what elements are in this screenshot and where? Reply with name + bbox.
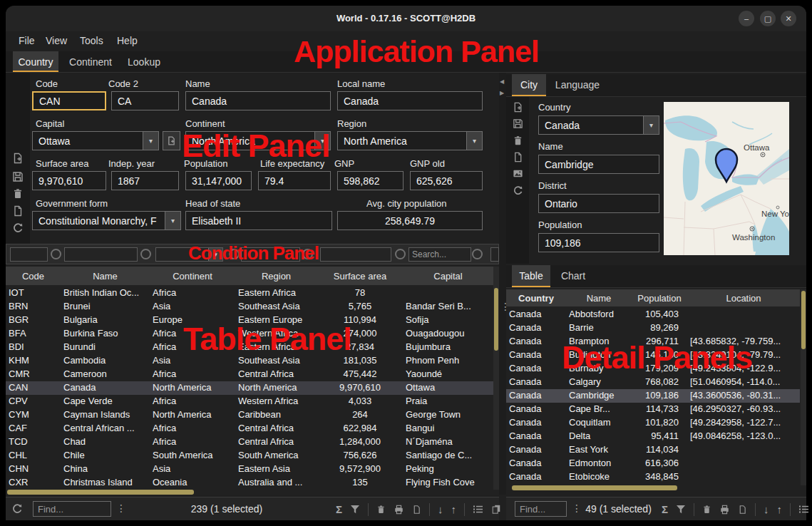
horizontal-scrollbar[interactable] [506,485,800,490]
open-capital-record-button[interactable] [163,131,180,150]
government-form-combo[interactable]: Constitutional Monarchy, F ▾ [32,211,181,230]
menu-file[interactable]: File [19,35,35,46]
close-button[interactable]: ✕ [781,11,796,26]
vertical-scrollbar[interactable] [493,267,499,490]
tab-city[interactable]: City [512,74,546,96]
export-icon[interactable] [738,505,747,515]
chevron-down-icon[interactable]: ▾ [643,116,659,134]
move-down-icon[interactable]: ↓ [438,503,443,515]
scrollbar-thumb[interactable] [512,485,677,490]
maximize-button[interactable]: ▢ [760,11,776,26]
tab-country[interactable]: Country [13,51,58,72]
menu-tools[interactable]: Tools [80,35,103,46]
column-header[interactable]: Name [566,293,632,304]
tab-chart[interactable]: Chart [553,265,593,287]
column-list-icon[interactable] [798,505,809,514]
table-row[interactable]: CXRChristmas IslandOceaniaAustralia and … [6,476,493,490]
delete-rows-icon[interactable] [376,505,386,515]
code2-field[interactable] [111,91,179,110]
table-row[interactable]: CanadaCape Br...114,733[46.2950327, -60.… [506,403,800,416]
collapse-left-icon[interactable]: ◀ [500,78,504,85]
more-options-icon[interactable]: ⋮ [116,502,126,514]
table-row[interactable]: CanadaCambridge109,186[43.3600536, -80.3… [506,389,800,403]
refresh-icon[interactable] [11,503,23,515]
table-row[interactable]: CanadaEast York114,034 [506,443,800,457]
copy-record-icon[interactable] [12,205,24,217]
table-row[interactable]: CanadaDelta95,411[49.0846258, -123.0... [506,430,800,443]
column-header[interactable]: Name [61,271,150,282]
table-row[interactable]: CYMCayman IslandsNorth AmericaCaribbean2… [6,408,493,422]
table-row[interactable]: CanadaEdmonton616,306 [506,457,800,470]
population-field[interactable] [185,171,252,190]
delete-icon[interactable] [513,135,524,147]
table-row[interactable]: CanadaEtobicoke348,845 [506,470,800,484]
region-combo[interactable]: North America ▾ [337,131,483,150]
name-field[interactable] [185,91,331,110]
move-down-icon[interactable]: ↓ [764,503,769,515]
print-icon[interactable] [719,505,730,515]
refresh-icon[interactable] [513,185,524,197]
search-input[interactable] [408,247,471,262]
minimize-button[interactable]: – [739,11,754,26]
tab-continent[interactable]: Continent [64,51,117,72]
menu-view[interactable]: View [46,35,67,46]
city-population-field[interactable] [538,233,659,252]
column-header[interactable]: Surface area [317,271,403,282]
move-up-icon[interactable]: ↑ [451,503,457,515]
gnp-old-field[interactable] [410,171,483,190]
table-row[interactable]: BRNBruneiAsiaSoutheast Asia5,765Bandar S… [6,300,493,314]
chevron-down-icon[interactable]: ▾ [165,212,180,230]
gnp-field[interactable] [337,171,404,190]
aggregate-icon[interactable]: Σ [662,503,668,515]
filter-icon[interactable] [350,505,360,514]
column-header[interactable]: Location [687,293,800,304]
city-map[interactable]: Ottawa New Yo Washington [664,102,789,255]
collapse-right-icon[interactable]: ▶ [500,90,504,96]
column-header[interactable]: Population [632,293,687,304]
move-up-icon[interactable]: ↑ [777,503,783,515]
print-icon[interactable] [394,505,404,515]
refresh-icon[interactable] [12,222,24,234]
chevron-down-icon[interactable]: ▾ [466,132,482,150]
column-header-sorted[interactable]: Country [506,293,566,304]
table-row[interactable]: CanadaAbbotsford105,403 [506,308,800,321]
table-row[interactable]: TCDChadAfricaCentral Africa1,284,000N´Dj… [6,435,493,449]
filter-icon[interactable] [676,505,686,514]
table-row[interactable]: CAFCentral African ...AfricaCentral Afri… [6,422,493,435]
filter-name-input[interactable] [64,247,138,262]
table-row[interactable]: CANCanadaNorth AmericaNorth America9,970… [6,381,493,395]
table-row[interactable]: CanadaCalgary768,082[51.0460954, -114.0.… [506,376,800,389]
search-toggle[interactable] [472,249,483,259]
column-header[interactable]: Continent [150,271,235,282]
find-input[interactable] [33,501,111,517]
add-record-icon[interactable] [513,102,524,113]
copy-record-icon[interactable] [513,152,524,163]
image-icon[interactable] [513,168,524,180]
table-row[interactable]: CMRCameroonAfricaCentral Africa475,442Ya… [6,368,493,381]
filter-code-toggle[interactable] [51,249,61,259]
menu-help[interactable]: Help [117,35,138,46]
country-combo[interactable]: Canada ▾ [538,115,659,135]
delete-rows-icon[interactable] [702,505,711,515]
tab-language[interactable]: Language [549,74,606,96]
column-header[interactable]: Region [235,271,317,282]
tab-table[interactable]: Table [512,265,550,287]
table-row[interactable]: CHLChileSouth AmericaSouth America756,62… [6,449,493,463]
filter-code-input[interactable] [10,247,48,262]
horizontal-scrollbar[interactable] [6,490,493,495]
table-row[interactable]: IOTBritish Indian Oc...AfricaEastern Afr… [6,287,493,300]
city-name-field[interactable] [538,155,659,174]
filter-name-toggle[interactable] [140,249,151,259]
panel-splitter[interactable]: ◀ ▶ ⋮ [499,73,506,495]
scrollbar-thumb[interactable] [494,288,498,351]
scrollbar-thumb[interactable] [801,291,806,349]
column-header[interactable]: Capital [403,271,493,282]
chevron-down-icon[interactable]: ▾ [143,132,158,150]
vertical-scrollbar[interactable] [801,289,806,485]
copy-rows-icon[interactable] [491,504,501,515]
table-row[interactable]: CHNChinaAsiaEastern Asia9,572,900Peking [6,463,493,476]
head-of-state-field[interactable] [185,211,332,230]
indep-year-field[interactable] [111,171,179,190]
find-input[interactable] [515,501,567,517]
column-header[interactable]: Code [6,271,61,282]
